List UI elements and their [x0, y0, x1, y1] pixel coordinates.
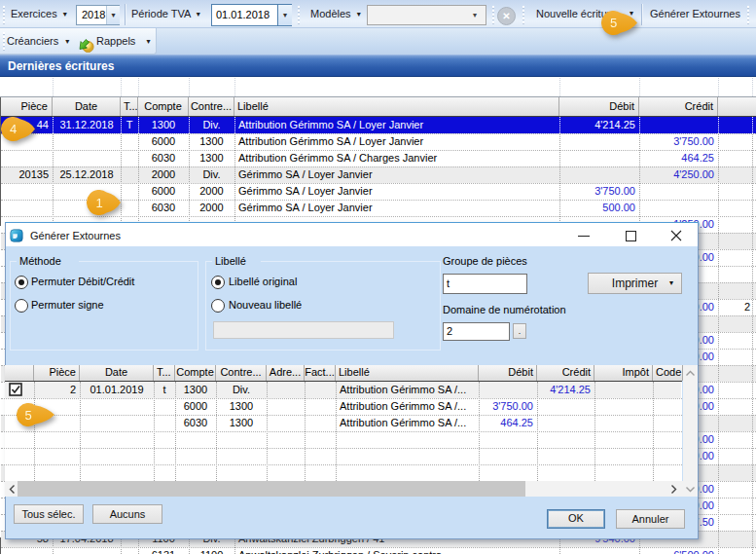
svg-text:1: 1 — [95, 196, 102, 210]
svg-text:5: 5 — [610, 16, 617, 30]
svg-text:4: 4 — [10, 122, 17, 136]
svg-text:5: 5 — [24, 408, 31, 423]
